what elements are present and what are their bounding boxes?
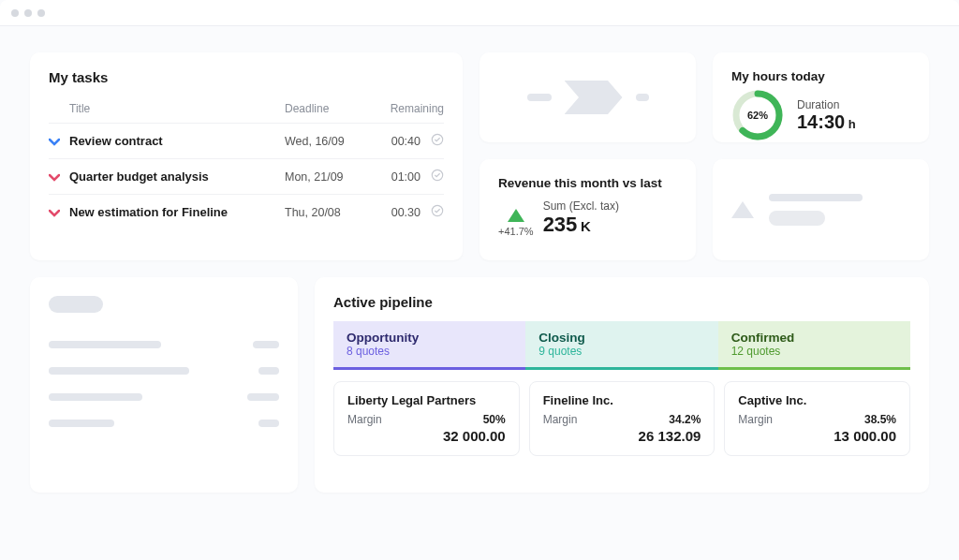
hours-donut: 62%: [731, 89, 784, 141]
task-complete-icon[interactable]: [420, 204, 444, 220]
tasks-card: My tasks Title Deadline Remaining Review…: [30, 52, 463, 260]
stage-count: 9 quotes: [539, 345, 704, 358]
margin-label: Margin: [738, 413, 773, 426]
tasks-header-title: Title: [69, 102, 285, 115]
margin-label: Margin: [347, 413, 382, 426]
task-remaining: 00:40: [369, 135, 420, 148]
triangle-icon: [731, 201, 754, 218]
arrow-icon: [565, 81, 623, 114]
stage-closing[interactable]: Closing 9 quotes: [525, 321, 717, 370]
deal-client: Liberty Legal Partners: [347, 393, 506, 407]
svg-point-2: [432, 205, 442, 215]
revenue-card: Revenue this month vs last +41.7% Sum (E…: [480, 159, 696, 260]
window-control-min[interactable]: [24, 9, 32, 17]
stage-confirmed[interactable]: Confirmed 12 quotes: [718, 321, 910, 370]
stage-name: Closing: [539, 331, 704, 345]
pipeline-stages: Opportunity 8 quotes Closing 9 quotes Co…: [333, 321, 910, 370]
tasks-header-remaining: Remaining: [369, 102, 444, 115]
task-remaining: 00.30: [369, 206, 420, 219]
revenue-value: 235: [543, 213, 578, 236]
task-complete-icon[interactable]: [420, 169, 444, 184]
pipeline-title: Active pipeline: [333, 294, 910, 310]
task-complete-icon[interactable]: [420, 133, 444, 149]
dashboard-content: My tasks Title Deadline Remaining Review…: [0, 26, 959, 515]
margin-label: Margin: [543, 413, 578, 426]
placeholder-pill: [49, 296, 103, 313]
window-control-max[interactable]: [37, 9, 45, 17]
window-control-close[interactable]: [11, 9, 19, 17]
placeholder-card: [480, 52, 696, 142]
placeholder-card: [713, 159, 929, 260]
pipeline-card: Active pipeline Opportunity 8 quotes Clo…: [315, 277, 929, 493]
hours-title: My hours today: [731, 69, 910, 83]
hours-percent: 62%: [731, 89, 784, 141]
expand-icon[interactable]: [49, 172, 69, 182]
revenue-sublabel: Sum (Excl. tax): [543, 199, 619, 213]
revenue-title: Revenue this month vs last: [498, 176, 677, 190]
margin-value: 50%: [483, 413, 506, 426]
deal-amount: 13 000.00: [738, 428, 896, 444]
stage-opportunity[interactable]: Opportunity 8 quotes: [333, 321, 525, 370]
hours-card: My hours today 62% Duration: [713, 52, 929, 142]
deal-amount: 26 132.09: [543, 428, 701, 444]
window-titlebar: [0, 0, 959, 26]
task-title: New estimation for Fineline: [69, 205, 285, 219]
deal-amount: 32 000.00: [347, 428, 506, 444]
task-title: Quarter budget analysis: [69, 169, 285, 184]
placeholder-pill: [769, 211, 825, 226]
placeholder-bar: [636, 94, 649, 101]
task-remaining: 01:00: [369, 170, 420, 184]
deal-card[interactable]: Fineline Inc. Margin 34.2% 26 132.09: [529, 381, 716, 456]
margin-value: 38.5%: [864, 413, 896, 426]
stage-count: 8 quotes: [347, 345, 512, 358]
task-deadline: Thu, 20/08: [285, 206, 369, 219]
task-deadline: Wed, 16/09: [285, 135, 369, 148]
task-deadline: Mon, 21/09: [285, 170, 369, 184]
expand-icon[interactable]: [49, 137, 69, 146]
duration-value: 14:30: [797, 111, 845, 132]
deal-client: Captive Inc.: [738, 393, 896, 407]
placeholder-bar: [527, 94, 552, 101]
task-row[interactable]: New estimation for Fineline Thu, 20/08 0…: [49, 194, 444, 229]
margin-value: 34.2%: [669, 413, 701, 426]
stage-name: Confirmed: [731, 331, 897, 345]
task-title: Review contract: [69, 134, 285, 148]
placeholder-panel: [30, 277, 298, 493]
task-row[interactable]: Review contract Wed, 16/09 00:40: [49, 123, 444, 158]
placeholder-bar: [769, 194, 863, 201]
app-window: My tasks Title Deadline Remaining Review…: [0, 0, 959, 560]
svg-point-1: [432, 169, 442, 180]
tasks-title: My tasks: [49, 69, 444, 85]
deal-card[interactable]: Captive Inc. Margin 38.5% 13 000.00: [724, 381, 910, 456]
deal-client: Fineline Inc.: [543, 393, 701, 407]
revenue-unit: K: [581, 218, 591, 234]
duration-unit: h: [848, 117, 856, 131]
tasks-header-deadline: Deadline: [285, 102, 369, 115]
stage-count: 12 quotes: [731, 345, 897, 358]
trend-up-icon: [508, 209, 524, 222]
svg-point-0: [432, 134, 442, 144]
duration-label: Duration: [797, 98, 856, 111]
deal-card[interactable]: Liberty Legal Partners Margin 50% 32 000…: [333, 381, 520, 456]
tasks-headers: Title Deadline Remaining: [49, 98, 444, 123]
task-row[interactable]: Quarter budget analysis Mon, 21/09 01:00: [49, 158, 444, 194]
revenue-percent: +41.7%: [498, 226, 534, 237]
stage-name: Opportunity: [347, 331, 512, 345]
expand-icon[interactable]: [49, 208, 69, 217]
